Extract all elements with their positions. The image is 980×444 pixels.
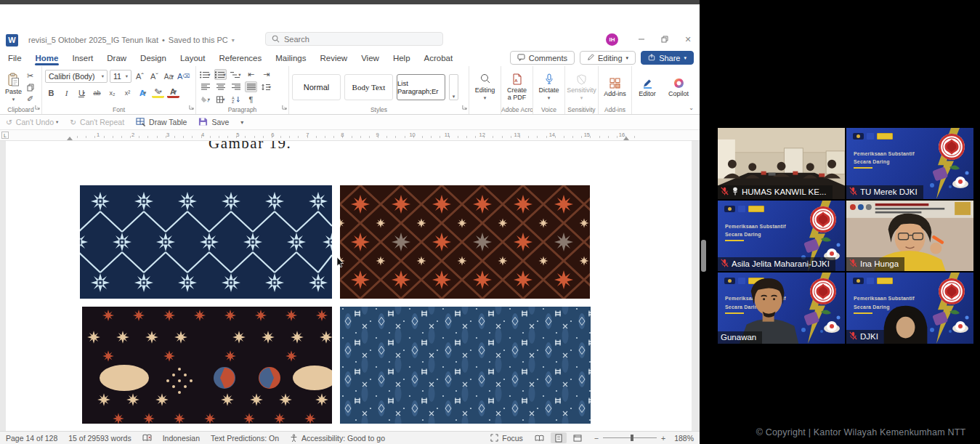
document-title[interactable]: revisi_5 Oktober 2025_IG Tenun Ikat • Sa… (28, 36, 235, 44)
search-input[interactable] (284, 35, 415, 44)
tab-selector[interactable]: L (1, 132, 9, 139)
participant-tile-djki[interactable]: Pemeriksaan Substantif Secara Daring DJK… (846, 273, 973, 344)
font-dialog-launcher[interactable] (189, 100, 194, 113)
zoom-percentage[interactable]: 188% (674, 434, 694, 443)
style-body-text[interactable]: Body Text (344, 74, 393, 100)
decrease-indent-icon[interactable]: ⇤ (245, 69, 257, 80)
page-indicator[interactable]: Page 14 of 128 (6, 434, 57, 443)
participant-tile-asila[interactable]: Pemeriksaan Substantif Secara Daring Asi… (718, 201, 845, 272)
participant-tile-gunawan[interactable]: Pemeriksaan Substantif Secara Daring (718, 273, 845, 344)
addins-button[interactable]: Add-ins (602, 68, 628, 106)
save-button[interactable]: Save (198, 117, 229, 128)
tab-insert[interactable]: Insert (71, 52, 94, 65)
close-button[interactable]: ✕ (676, 31, 700, 48)
copilot-button[interactable]: Copilot (665, 68, 692, 106)
clear-formatting-icon[interactable]: A⌫ (177, 71, 190, 82)
zoom-thumb[interactable] (631, 435, 633, 441)
draw-table-button[interactable]: Draw Table (136, 117, 187, 128)
tab-layout[interactable]: Layout (179, 52, 206, 65)
web-layout-button[interactable] (570, 432, 586, 443)
copy-icon[interactable] (24, 82, 36, 93)
create-pdf-button[interactable]: A Create a PDF (504, 68, 530, 106)
font-color-icon[interactable]: A▾ (167, 87, 179, 98)
style-list-paragraph[interactable]: List Paragraph;Er (397, 74, 445, 100)
bullets-icon[interactable]: ▾ (199, 69, 211, 80)
style-normal[interactable]: Normal (292, 74, 341, 100)
image-tenun-ikat-indigo-star[interactable] (80, 185, 332, 299)
grow-font-icon[interactable]: Aˆ (134, 71, 146, 82)
image-tenun-ikat-black-red-fish[interactable] (82, 307, 332, 424)
document-page[interactable]: Gambar 19. (6, 141, 692, 431)
minimize-button[interactable] (630, 31, 653, 48)
strikethrough-button[interactable]: ab (91, 87, 103, 98)
font-size-select[interactable]: 11▾ (110, 70, 131, 83)
tab-references[interactable]: References (218, 52, 262, 65)
comments-button[interactable]: Comments (510, 51, 575, 65)
font-name-select[interactable]: Calibri (Body)▾ (45, 70, 108, 83)
tab-draw[interactable]: Draw (106, 52, 127, 65)
tab-help[interactable]: Help (392, 52, 411, 65)
print-layout-button[interactable] (551, 432, 567, 443)
dictate-button[interactable]: Dictate ▾ (536, 68, 562, 106)
highlight-color-icon[interactable]: ✎▾ (152, 87, 164, 98)
zoom-slider[interactable]: − + (594, 434, 665, 443)
line-spacing-icon[interactable]: ▾ (260, 81, 272, 92)
bold-button[interactable]: B (45, 87, 57, 98)
shading-icon[interactable]: ▾ (199, 94, 211, 105)
tab-design[interactable]: Design (139, 52, 167, 65)
increase-indent-icon[interactable]: ⇥ (260, 69, 272, 80)
zoom-in-button[interactable]: + (661, 434, 665, 443)
search-box[interactable] (265, 32, 443, 46)
tab-acrobat[interactable]: Acrobat (424, 52, 454, 65)
subscript-button[interactable]: x₂ (106, 87, 118, 98)
superscript-button[interactable]: x² (121, 87, 134, 98)
multilevel-list-icon[interactable]: ▾ (230, 69, 242, 80)
italic-button[interactable]: I (60, 87, 73, 98)
align-center-icon[interactable] (214, 81, 227, 92)
restore-button[interactable] (653, 31, 676, 48)
justify-icon[interactable] (245, 81, 257, 92)
change-case-icon[interactable]: Aa▾ (163, 71, 175, 82)
pilcrow-icon[interactable]: ¶ (245, 94, 257, 105)
editing-button[interactable]: Editing ▾ (472, 68, 498, 106)
tab-file[interactable]: File (7, 52, 23, 65)
tab-review[interactable]: Review (319, 52, 348, 65)
image-tenun-ikat-blue-diamond[interactable] (340, 307, 591, 424)
cut-icon[interactable]: ✂ (24, 70, 36, 81)
underline-button[interactable]: U▾ (76, 87, 88, 98)
participant-tile-humas-kanwil[interactable]: HUMAS KANWIL KE... (718, 128, 845, 199)
horizontal-ruler[interactable]: L 12345678910111213141516 (0, 130, 700, 141)
title-dropdown-chevron[interactable]: ▾ (232, 37, 235, 44)
borders-icon[interactable]: ▾ (214, 94, 227, 105)
participant-tile-tu-merek-djki[interactable]: Pemeriksaan Substantif Secara Daring TU … (846, 128, 973, 199)
numbering-icon[interactable]: ▾ (214, 69, 227, 80)
text-effects-icon[interactable]: A▾ (137, 87, 149, 98)
language-indicator[interactable]: Indonesian (163, 434, 200, 443)
right-indent-marker[interactable] (623, 137, 629, 140)
zoom-out-button[interactable]: − (594, 434, 599, 443)
indent-marker[interactable] (67, 137, 73, 140)
shrink-font-icon[interactable]: Aˇ (148, 71, 161, 82)
editor-button[interactable]: Editor (635, 68, 660, 106)
vertical-scrollbar-thumb[interactable] (701, 240, 706, 272)
editing-mode-button[interactable]: Editing ▾ (580, 51, 636, 65)
paragraph-dialog-launcher[interactable] (282, 100, 287, 113)
quickbar-more-chevron[interactable]: ▾ (240, 119, 243, 126)
tab-mailings[interactable]: Mailings (275, 52, 307, 65)
collapse-ribbon-chevron[interactable]: ⌄ (689, 105, 694, 111)
sort-icon[interactable]: AZ (230, 94, 242, 105)
share-button[interactable]: Share ▾ (641, 51, 694, 65)
proofing-icon[interactable] (142, 434, 152, 442)
accessibility-status[interactable]: Accessibility: Good to go (290, 434, 385, 443)
text-predictions[interactable]: Text Predictions: On (211, 434, 279, 443)
clipboard-dialog-launcher[interactable] (35, 100, 40, 113)
focus-toggle[interactable]: Focus (490, 434, 523, 443)
align-right-icon[interactable] (230, 81, 242, 92)
styles-dialog-launcher[interactable] (462, 100, 467, 113)
word-count[interactable]: 15 of 29593 words (68, 434, 131, 443)
styles-gallery-more[interactable]: ▾ (449, 74, 458, 100)
account-avatar[interactable]: IH (606, 33, 618, 46)
align-left-icon[interactable] (199, 81, 211, 92)
paste-button[interactable]: Paste ▾ (3, 68, 24, 106)
image-tenun-ikat-brown-star-lattice[interactable] (340, 185, 590, 299)
